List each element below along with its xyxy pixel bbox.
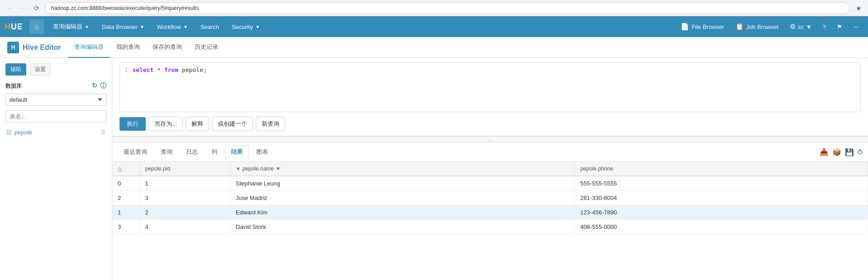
logo-h: H xyxy=(5,22,11,32)
sql-space xyxy=(153,66,157,73)
results-tab-recent[interactable]: 最近查询 xyxy=(118,145,153,159)
results-tab-query[interactable]: 查询 xyxy=(155,145,178,159)
query-editor-caret: ▼ xyxy=(85,24,89,29)
sub-nav-my-queries[interactable]: 我的查询 xyxy=(110,37,146,58)
create-new-button[interactable]: 或创建一个 xyxy=(212,117,253,131)
results-tab-chart[interactable]: 图表 xyxy=(250,145,274,159)
sub-nav-saved-queries[interactable]: 保存的查询 xyxy=(146,37,188,58)
info-icon[interactable]: ⓘ xyxy=(100,82,106,90)
cell-name-0: Stephanie Leung xyxy=(230,176,575,191)
col-header-pid[interactable]: pepole.pid xyxy=(139,162,230,176)
sidebar-tab-settings[interactable]: 设置 xyxy=(30,63,51,76)
logo-ue: UE xyxy=(11,22,23,32)
col-header-name[interactable]: ▼pepole.name xyxy=(230,162,575,176)
cell-pid-3: 4 xyxy=(139,220,230,234)
sidebar-table-pepole[interactable]: ☷ pepole ☰ xyxy=(5,127,106,138)
results-tbody: 0 1 Stephanie Leung 555-555-5555 2 3 Jos… xyxy=(112,176,868,234)
sidebar: 辅助 设置 数据库 ↻ ⓘ default ☷ pepole ☰ xyxy=(0,58,112,280)
nav-help-button[interactable]: ? xyxy=(818,16,830,37)
sql-space3 xyxy=(178,66,182,73)
nav-flag-button[interactable]: ⚑ xyxy=(832,16,847,37)
workflow-caret: ▼ xyxy=(183,24,188,29)
cell-phone-2: 123-456-7890 xyxy=(575,205,868,220)
top-nav: HUE ⌂ 查询编辑器 ▼ Data Browser ▼ Workflow ▼ … xyxy=(0,16,868,37)
table-item-left: ☷ pepole xyxy=(6,129,32,136)
database-section-icons: ↻ ⓘ xyxy=(92,82,106,90)
database-select[interactable]: default xyxy=(5,94,106,106)
results-table: △ pepole.pid ▼pepole.name pepole.phone xyxy=(112,162,868,234)
cell-name-3: David Stork xyxy=(230,220,575,234)
nav-job-browser[interactable]: 📋 Job Browser xyxy=(731,16,783,37)
job-browser-icon: 📋 xyxy=(735,23,744,31)
sql-star: * xyxy=(157,66,161,73)
table-row: 3 4 David Stork 408-555-0000 xyxy=(112,220,868,234)
execute-button[interactable]: 执行 xyxy=(120,117,146,131)
download-csv-button[interactable]: 📥 xyxy=(820,148,829,157)
nav-item-data-browser[interactable]: Data Browser ▼ xyxy=(96,16,151,37)
user-icon: ⚙ xyxy=(790,23,796,31)
sql-select-keyword: select xyxy=(132,66,153,73)
cell-phone-3: 408-555-0000 xyxy=(575,220,868,234)
sql-table-name: pepole; xyxy=(182,66,207,73)
nav-item-workflow[interactable]: Workflow ▼ xyxy=(151,16,194,37)
save-button[interactable]: 💾 xyxy=(845,148,854,157)
results-tab-log[interactable]: 日志 xyxy=(180,145,204,159)
nav-expand-button[interactable]: ↔ xyxy=(849,16,863,37)
editor-section: ⓘ 1select * from pepole; 执行 另存为... 解释 或创… xyxy=(112,58,868,136)
app-title-icon: H xyxy=(7,42,19,53)
nav-file-browser[interactable]: 📄 File Browser xyxy=(676,16,729,37)
table-row: 0 1 Stephanie Leung 555-555-5555 xyxy=(112,176,868,191)
col-header-index: △ xyxy=(112,162,139,176)
col-header-phone[interactable]: pepole.phone xyxy=(575,162,868,176)
query-editor[interactable]: 1select * from pepole; xyxy=(120,62,861,112)
sub-nav-query-editor[interactable]: 查询编辑器 xyxy=(68,37,110,58)
refresh-icon[interactable]: ↻ xyxy=(92,82,97,90)
new-query-button[interactable]: 新查询 xyxy=(256,117,285,131)
nav-user-menu[interactable]: ⚙ zc ▼ xyxy=(785,16,816,37)
cell-pid-1: 3 xyxy=(139,191,230,205)
sql-space2 xyxy=(161,66,164,73)
table-search-input[interactable] xyxy=(5,110,106,123)
forward-button[interactable]: → xyxy=(18,3,28,13)
expand-button[interactable]: ⥁ xyxy=(858,148,863,157)
table-expand-icon[interactable]: ☰ xyxy=(101,129,106,135)
results-tab-columns[interactable]: 列 xyxy=(206,145,223,159)
hue-logo: HUE xyxy=(5,22,23,32)
results-tab-results[interactable]: 结果 xyxy=(225,145,249,159)
cell-index-1: 2 xyxy=(112,191,139,205)
table-row-highlighted: 1 2 Edward Kim 123-456-7890 xyxy=(112,205,868,220)
cell-index-0: 0 xyxy=(112,176,139,191)
security-caret: ▼ xyxy=(255,24,260,29)
table-header-row: △ pepole.pid ▼pepole.name pepole.phone xyxy=(112,162,868,176)
sidebar-tab-assist[interactable]: 辅助 xyxy=(5,63,26,76)
cell-index-3: 3 xyxy=(112,220,139,234)
sql-from-keyword: from xyxy=(164,66,178,73)
home-button[interactable]: ⌂ xyxy=(29,19,44,34)
cell-pid-0: 1 xyxy=(139,176,230,191)
sidebar-tabs: 辅助 设置 xyxy=(5,63,106,76)
back-button[interactable]: ← xyxy=(5,3,14,13)
bookmark-button[interactable]: ★ xyxy=(854,3,863,13)
download-xls-button[interactable]: 📦 xyxy=(832,148,841,157)
results-toolbar: 最近查询 查询 日志 列 结果 图表 xyxy=(112,142,868,162)
nav-item-query-editor[interactable]: 查询编辑器 ▼ xyxy=(47,16,96,37)
sub-nav-history[interactable]: 历史记录 xyxy=(188,37,225,58)
explain-button[interactable]: 解释 xyxy=(186,117,209,131)
save-as-button[interactable]: 另存为... xyxy=(149,117,183,131)
cell-name-1: Jose Madriz xyxy=(230,191,575,205)
nav-item-security[interactable]: Security ▼ xyxy=(225,16,266,37)
cell-index-2: 1 xyxy=(112,205,139,220)
nav-item-search[interactable]: Search xyxy=(194,16,225,37)
sub-nav: H Hive Editor 查询编辑器 我的查询 保存的查询 历史记录 xyxy=(0,37,868,58)
results-tabs: 最近查询 查询 日志 列 结果 图表 xyxy=(118,145,274,159)
content-area: ⓘ 1select * from pepole; 执行 另存为... 解释 或创… xyxy=(112,58,868,280)
data-browser-caret: ▼ xyxy=(140,24,144,29)
cell-phone-0: 555-555-5555 xyxy=(575,176,868,191)
url-bar[interactable] xyxy=(45,2,850,14)
cell-pid-2: 2 xyxy=(139,205,230,220)
reload-button[interactable]: ⟳ xyxy=(32,3,42,13)
splitter[interactable]: ... xyxy=(112,136,868,142)
user-caret: ▼ xyxy=(806,24,812,30)
file-browser-icon: 📄 xyxy=(681,23,689,31)
results-actions: 📥 📦 💾 ⥁ xyxy=(820,148,863,157)
